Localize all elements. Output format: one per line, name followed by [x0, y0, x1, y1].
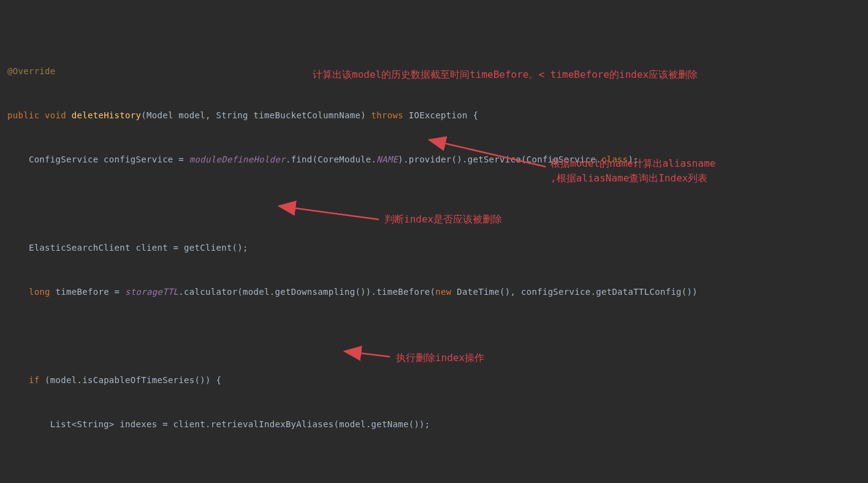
annotation-text: 判断index是否应该被删除 [384, 213, 502, 226]
code-line: if (model.isCapableOfTimeSeries()) { [7, 373, 868, 387]
code-line: ElasticSearchClient client = getClient()… [7, 240, 868, 255]
code-line [7, 329, 868, 343]
code-line: public void deleteHistory(Model model, S… [7, 108, 868, 123]
code-line [7, 461, 868, 476]
code-line [7, 196, 868, 211]
code-line: List<String> indexes = client.retrievalI… [7, 417, 868, 432]
code-line: ConfigService configService = moduleDefi… [7, 152, 868, 167]
annotation-text: 计算出该model的历史数据截至时间timeBefore。< timeBefor… [313, 69, 698, 82]
annotation-text: 执行删除index操作 [396, 352, 484, 365]
code-line: long timeBefore = storageTTL.calculator(… [7, 284, 868, 299]
annotation-text: 根据model的name计算出aliasname,根据aliasName查询出I… [550, 156, 715, 186]
